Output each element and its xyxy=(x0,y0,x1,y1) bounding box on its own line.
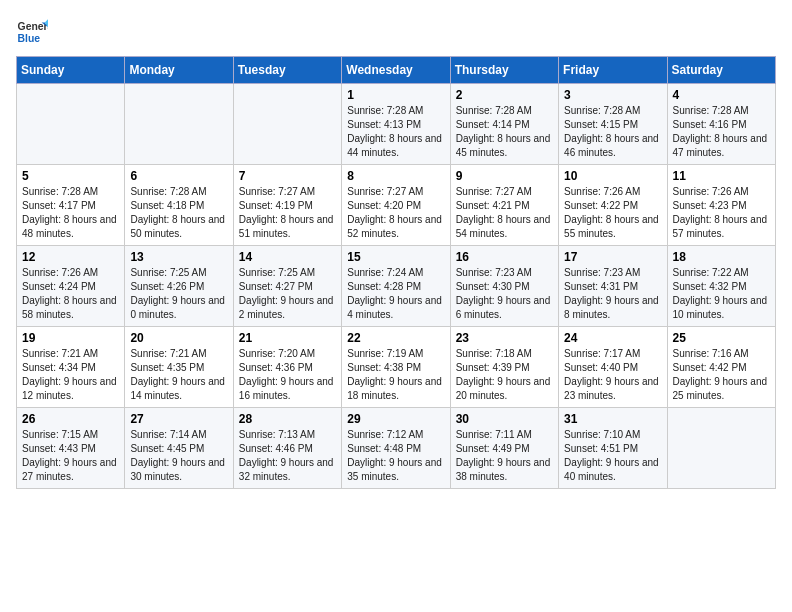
day-header-monday: Monday xyxy=(125,57,233,84)
day-cell: 15Sunrise: 7:24 AMSunset: 4:28 PMDayligh… xyxy=(342,246,450,327)
day-cell: 13Sunrise: 7:25 AMSunset: 4:26 PMDayligh… xyxy=(125,246,233,327)
day-number: 30 xyxy=(456,412,553,426)
day-number: 4 xyxy=(673,88,770,102)
day-cell: 18Sunrise: 7:22 AMSunset: 4:32 PMDayligh… xyxy=(667,246,775,327)
day-cell: 27Sunrise: 7:14 AMSunset: 4:45 PMDayligh… xyxy=(125,408,233,489)
day-info: Sunrise: 7:27 AMSunset: 4:20 PMDaylight:… xyxy=(347,185,444,241)
day-number: 7 xyxy=(239,169,336,183)
day-cell: 1Sunrise: 7:28 AMSunset: 4:13 PMDaylight… xyxy=(342,84,450,165)
day-number: 2 xyxy=(456,88,553,102)
day-info: Sunrise: 7:25 AMSunset: 4:26 PMDaylight:… xyxy=(130,266,227,322)
day-info: Sunrise: 7:28 AMSunset: 4:13 PMDaylight:… xyxy=(347,104,444,160)
day-info: Sunrise: 7:15 AMSunset: 4:43 PMDaylight:… xyxy=(22,428,119,484)
day-header-sunday: Sunday xyxy=(17,57,125,84)
day-info: Sunrise: 7:20 AMSunset: 4:36 PMDaylight:… xyxy=(239,347,336,403)
day-info: Sunrise: 7:10 AMSunset: 4:51 PMDaylight:… xyxy=(564,428,661,484)
day-cell xyxy=(667,408,775,489)
day-info: Sunrise: 7:28 AMSunset: 4:14 PMDaylight:… xyxy=(456,104,553,160)
day-header-wednesday: Wednesday xyxy=(342,57,450,84)
day-number: 20 xyxy=(130,331,227,345)
day-cell: 12Sunrise: 7:26 AMSunset: 4:24 PMDayligh… xyxy=(17,246,125,327)
week-row-1: 5Sunrise: 7:28 AMSunset: 4:17 PMDaylight… xyxy=(17,165,776,246)
day-info: Sunrise: 7:21 AMSunset: 4:34 PMDaylight:… xyxy=(22,347,119,403)
day-number: 19 xyxy=(22,331,119,345)
day-cell: 7Sunrise: 7:27 AMSunset: 4:19 PMDaylight… xyxy=(233,165,341,246)
day-cell: 14Sunrise: 7:25 AMSunset: 4:27 PMDayligh… xyxy=(233,246,341,327)
logo: General Blue xyxy=(16,16,48,48)
calendar-table: SundayMondayTuesdayWednesdayThursdayFrid… xyxy=(16,56,776,489)
day-info: Sunrise: 7:23 AMSunset: 4:31 PMDaylight:… xyxy=(564,266,661,322)
week-row-2: 12Sunrise: 7:26 AMSunset: 4:24 PMDayligh… xyxy=(17,246,776,327)
day-info: Sunrise: 7:18 AMSunset: 4:39 PMDaylight:… xyxy=(456,347,553,403)
day-number: 21 xyxy=(239,331,336,345)
day-header-friday: Friday xyxy=(559,57,667,84)
day-cell: 24Sunrise: 7:17 AMSunset: 4:40 PMDayligh… xyxy=(559,327,667,408)
day-number: 15 xyxy=(347,250,444,264)
day-cell: 10Sunrise: 7:26 AMSunset: 4:22 PMDayligh… xyxy=(559,165,667,246)
day-cell: 16Sunrise: 7:23 AMSunset: 4:30 PMDayligh… xyxy=(450,246,558,327)
day-cell: 30Sunrise: 7:11 AMSunset: 4:49 PMDayligh… xyxy=(450,408,558,489)
day-number: 29 xyxy=(347,412,444,426)
day-cell: 19Sunrise: 7:21 AMSunset: 4:34 PMDayligh… xyxy=(17,327,125,408)
day-cell: 3Sunrise: 7:28 AMSunset: 4:15 PMDaylight… xyxy=(559,84,667,165)
day-number: 22 xyxy=(347,331,444,345)
day-number: 31 xyxy=(564,412,661,426)
day-info: Sunrise: 7:28 AMSunset: 4:17 PMDaylight:… xyxy=(22,185,119,241)
day-info: Sunrise: 7:27 AMSunset: 4:21 PMDaylight:… xyxy=(456,185,553,241)
day-info: Sunrise: 7:16 AMSunset: 4:42 PMDaylight:… xyxy=(673,347,770,403)
day-info: Sunrise: 7:19 AMSunset: 4:38 PMDaylight:… xyxy=(347,347,444,403)
day-number: 1 xyxy=(347,88,444,102)
day-number: 26 xyxy=(22,412,119,426)
week-row-0: 1Sunrise: 7:28 AMSunset: 4:13 PMDaylight… xyxy=(17,84,776,165)
day-number: 5 xyxy=(22,169,119,183)
day-info: Sunrise: 7:26 AMSunset: 4:22 PMDaylight:… xyxy=(564,185,661,241)
day-number: 3 xyxy=(564,88,661,102)
day-number: 8 xyxy=(347,169,444,183)
week-row-4: 26Sunrise: 7:15 AMSunset: 4:43 PMDayligh… xyxy=(17,408,776,489)
calendar-header-row: SundayMondayTuesdayWednesdayThursdayFrid… xyxy=(17,57,776,84)
day-cell: 5Sunrise: 7:28 AMSunset: 4:17 PMDaylight… xyxy=(17,165,125,246)
day-cell xyxy=(233,84,341,165)
day-cell: 8Sunrise: 7:27 AMSunset: 4:20 PMDaylight… xyxy=(342,165,450,246)
day-cell: 31Sunrise: 7:10 AMSunset: 4:51 PMDayligh… xyxy=(559,408,667,489)
day-cell: 22Sunrise: 7:19 AMSunset: 4:38 PMDayligh… xyxy=(342,327,450,408)
day-cell: 29Sunrise: 7:12 AMSunset: 4:48 PMDayligh… xyxy=(342,408,450,489)
day-cell: 2Sunrise: 7:28 AMSunset: 4:14 PMDaylight… xyxy=(450,84,558,165)
day-cell: 17Sunrise: 7:23 AMSunset: 4:31 PMDayligh… xyxy=(559,246,667,327)
day-number: 14 xyxy=(239,250,336,264)
week-row-3: 19Sunrise: 7:21 AMSunset: 4:34 PMDayligh… xyxy=(17,327,776,408)
day-info: Sunrise: 7:22 AMSunset: 4:32 PMDaylight:… xyxy=(673,266,770,322)
day-info: Sunrise: 7:26 AMSunset: 4:23 PMDaylight:… xyxy=(673,185,770,241)
day-cell: 6Sunrise: 7:28 AMSunset: 4:18 PMDaylight… xyxy=(125,165,233,246)
day-number: 12 xyxy=(22,250,119,264)
day-number: 23 xyxy=(456,331,553,345)
day-info: Sunrise: 7:13 AMSunset: 4:46 PMDaylight:… xyxy=(239,428,336,484)
day-number: 17 xyxy=(564,250,661,264)
day-cell: 4Sunrise: 7:28 AMSunset: 4:16 PMDaylight… xyxy=(667,84,775,165)
day-cell: 26Sunrise: 7:15 AMSunset: 4:43 PMDayligh… xyxy=(17,408,125,489)
day-info: Sunrise: 7:25 AMSunset: 4:27 PMDaylight:… xyxy=(239,266,336,322)
day-cell: 23Sunrise: 7:18 AMSunset: 4:39 PMDayligh… xyxy=(450,327,558,408)
day-info: Sunrise: 7:28 AMSunset: 4:16 PMDaylight:… xyxy=(673,104,770,160)
day-cell: 11Sunrise: 7:26 AMSunset: 4:23 PMDayligh… xyxy=(667,165,775,246)
day-info: Sunrise: 7:27 AMSunset: 4:19 PMDaylight:… xyxy=(239,185,336,241)
logo-icon: General Blue xyxy=(16,16,48,48)
day-number: 18 xyxy=(673,250,770,264)
day-info: Sunrise: 7:28 AMSunset: 4:18 PMDaylight:… xyxy=(130,185,227,241)
day-info: Sunrise: 7:14 AMSunset: 4:45 PMDaylight:… xyxy=(130,428,227,484)
day-number: 16 xyxy=(456,250,553,264)
day-number: 11 xyxy=(673,169,770,183)
svg-text:Blue: Blue xyxy=(18,33,41,44)
day-info: Sunrise: 7:21 AMSunset: 4:35 PMDaylight:… xyxy=(130,347,227,403)
day-number: 27 xyxy=(130,412,227,426)
day-info: Sunrise: 7:26 AMSunset: 4:24 PMDaylight:… xyxy=(22,266,119,322)
day-cell: 20Sunrise: 7:21 AMSunset: 4:35 PMDayligh… xyxy=(125,327,233,408)
day-number: 13 xyxy=(130,250,227,264)
day-number: 28 xyxy=(239,412,336,426)
day-header-saturday: Saturday xyxy=(667,57,775,84)
day-header-thursday: Thursday xyxy=(450,57,558,84)
day-number: 10 xyxy=(564,169,661,183)
day-cell: 25Sunrise: 7:16 AMSunset: 4:42 PMDayligh… xyxy=(667,327,775,408)
day-cell xyxy=(17,84,125,165)
day-info: Sunrise: 7:23 AMSunset: 4:30 PMDaylight:… xyxy=(456,266,553,322)
